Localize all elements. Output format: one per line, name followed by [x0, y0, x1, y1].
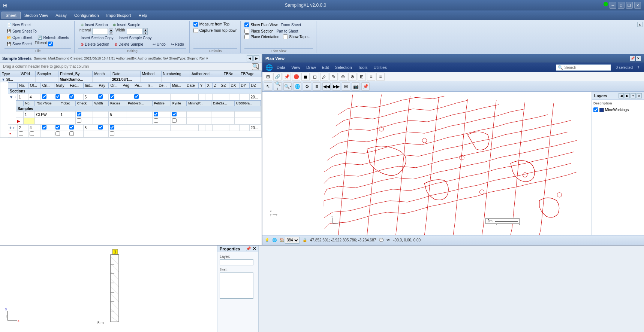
ribbon-collapse-button[interactable]: ▲: [637, 22, 643, 27]
interval-up[interactable]: ▲: [109, 28, 113, 31]
props-pin-button[interactable]: 📌: [246, 246, 251, 251]
plan-view-close-button[interactable]: ✕: [636, 56, 641, 61]
place-section-checkbox[interactable]: [244, 29, 249, 34]
pan-to-sheet-button[interactable]: Pan to Sheet: [274, 28, 301, 34]
sheets-prev-button[interactable]: ◀: [247, 55, 253, 61]
insert-section-copy-button[interactable]: Insert Section Copy: [78, 35, 115, 41]
sec1-on-check[interactable]: [42, 94, 46, 99]
plan-nav-edit[interactable]: Edit: [320, 64, 331, 70]
layer-field-input[interactable]: [220, 259, 253, 265]
plan-nav-selection[interactable]: Selection: [333, 64, 354, 70]
sec1-gully-check[interactable]: [55, 94, 60, 99]
show-tapes-checkbox[interactable]: [283, 34, 288, 39]
sec2-fac-check[interactable]: [69, 125, 74, 130]
width-input[interactable]: 20.0: [127, 28, 142, 35]
restore-button[interactable]: ❐: [626, 2, 633, 9]
camera-tool[interactable]: 📷: [352, 82, 360, 91]
close-button[interactable]: ✕: [634, 2, 641, 9]
sec2-gully-check[interactable]: [55, 125, 60, 130]
samp1-pebble-box[interactable]: [154, 112, 158, 116]
sec1-expand[interactable]: ▼ +: [8, 94, 18, 100]
plan-main-view[interactable]: x y z 2m: [262, 92, 644, 235]
plan-nav-data[interactable]: Data: [274, 64, 288, 70]
zoom-sheet-button[interactable]: Zoom Sheet: [279, 22, 303, 28]
capture-from-top-checkbox[interactable]: [193, 28, 198, 33]
grid-tool[interactable]: ⊞: [342, 82, 350, 91]
next-tool[interactable]: ▶▶: [332, 82, 340, 91]
place-section-row[interactable]: Place Section: [244, 28, 273, 34]
cursor-tool[interactable]: ↖: [264, 82, 272, 91]
toolbar-icon-1[interactable]: ⊞: [264, 73, 272, 81]
pin-tool[interactable]: 📌: [361, 82, 370, 91]
undo-button[interactable]: ↩ Undo: [150, 41, 168, 48]
sample-1-row[interactable]: 1 CLFW 1 5: [16, 112, 261, 118]
toolbar-icon-10[interactable]: ⊗: [348, 73, 356, 81]
width-up[interactable]: ▲: [143, 28, 148, 31]
redo-button[interactable]: ↪ Redo: [169, 41, 186, 48]
plan-view-pin-button[interactable]: 📌: [630, 56, 635, 61]
insert-sample-button[interactable]: ⊕ Insert Sample: [111, 22, 142, 28]
insert-section-button[interactable]: ⊕ Insert Section: [78, 22, 110, 28]
zoom-out-tool[interactable]: 🔍-: [283, 82, 292, 91]
plan-search[interactable]: 🔍: [556, 64, 611, 71]
toolbar-icon-4[interactable]: 🔴: [292, 73, 300, 81]
sec2-new-check2[interactable]: [30, 131, 34, 136]
delete-sample-button[interactable]: ⊗ Delete Sample: [112, 41, 145, 48]
layers-add-btn[interactable]: +: [631, 93, 636, 98]
sec2-new-check4[interactable]: [69, 131, 74, 136]
menu-item-help[interactable]: Help: [135, 12, 151, 19]
sec2-pay-check[interactable]: [98, 125, 103, 130]
layers-next-btn[interactable]: ▶: [625, 93, 630, 98]
measure-from-top-row[interactable]: Measure from Top: [193, 22, 238, 27]
props-close-button[interactable]: ✕: [253, 246, 256, 251]
samp-new-check-box[interactable]: [77, 118, 81, 123]
place-orientation-checkbox[interactable]: [244, 34, 249, 39]
sec1-expand-icon[interactable]: ▼: [9, 95, 13, 99]
toolbar-icon-5[interactable]: ◼: [301, 73, 310, 81]
plan-nav-tools[interactable]: Tools: [356, 64, 370, 70]
text-field-textarea[interactable]: [220, 272, 253, 299]
sec2-new-check1[interactable]: [19, 131, 23, 136]
capture-from-top-row[interactable]: Capture from top down: [193, 28, 238, 33]
sec1-pay-check[interactable]: [98, 94, 103, 99]
insert-sample-copy-button[interactable]: Insert Sample Copy: [117, 35, 154, 41]
width-spinner[interactable]: 20.0 ▲ ▼: [127, 28, 148, 35]
toolbar-icon-11[interactable]: ⊞: [358, 73, 366, 81]
sec2-expand[interactable]: + +: [8, 125, 18, 131]
section-1-row[interactable]: ▼ + 1 4: [8, 94, 261, 100]
zoom-select[interactable]: 384: [285, 237, 300, 244]
samp1-pyrite-box[interactable]: [172, 112, 177, 116]
plan-nav-utilities[interactable]: Utilities: [371, 64, 389, 70]
sheets-next-button[interactable]: ▶: [253, 55, 259, 61]
globe-tool[interactable]: 🌐: [293, 82, 301, 91]
menu-item-configuration[interactable]: Configuration: [70, 12, 102, 19]
toolbar-icon-8[interactable]: ✎: [329, 73, 338, 81]
layers-prev-btn[interactable]: ◀: [619, 93, 624, 98]
plan-nav-draw[interactable]: Draw: [304, 64, 318, 70]
sec1-pe-check[interactable]: [134, 94, 139, 99]
toolbar-icon-13[interactable]: ≡: [376, 73, 385, 81]
refresh-sheets-button[interactable]: 🔄 Refresh Sheets: [35, 34, 71, 41]
measure-from-top-checkbox[interactable]: [193, 22, 198, 27]
open-sheet-button[interactable]: 📂 Open Sheet: [4, 34, 34, 41]
sample-new-row[interactable]: ▶: [16, 118, 261, 124]
save-sheet-button[interactable]: 💾 Save Sheet: [4, 41, 34, 47]
width-down[interactable]: ▼: [143, 31, 148, 35]
data-grid[interactable]: Type WPId Sampler Entered_By Month Date …: [0, 71, 262, 245]
interval-input[interactable]: 15.0: [92, 28, 108, 35]
place-orientation-row[interactable]: Place Orientation: [244, 34, 279, 39]
table-row[interactable]: ▼ St... MarkDiamo... 2021/08/1...: [0, 77, 262, 82]
toolbar-icon-7[interactable]: 🖊: [320, 73, 328, 81]
sec2-new-check5[interactable]: [110, 131, 114, 136]
sec2-expand-icon[interactable]: +: [9, 126, 12, 130]
prev-tool[interactable]: ◀◀: [322, 82, 331, 91]
menu-item-sheet[interactable]: Sheet: [1, 12, 21, 19]
toolbar-icon-2[interactable]: 🔗: [273, 73, 282, 81]
sec1-fac-check[interactable]: [69, 94, 74, 99]
show-plan-view-row[interactable]: Show Plan View: [244, 22, 277, 28]
plan-nav-view[interactable]: View: [289, 64, 303, 70]
menu-item-section-view[interactable]: Section View: [21, 12, 52, 19]
layers-tool[interactable]: ≡: [313, 82, 321, 91]
plan-search-input[interactable]: [564, 66, 609, 70]
menu-item-assay[interactable]: Assay: [52, 12, 70, 19]
